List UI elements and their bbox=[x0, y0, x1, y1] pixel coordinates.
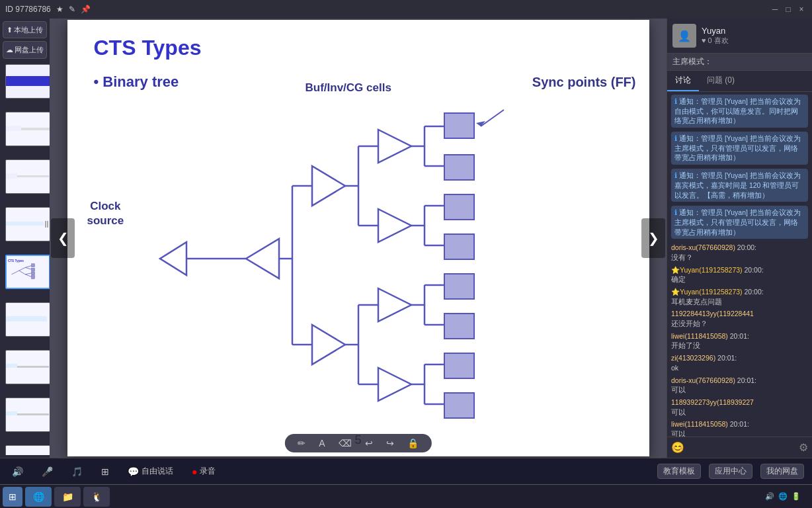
chat-msg-7: doris-xu(767660928) 20:01:可以 bbox=[671, 376, 808, 395]
slide-area: ❮ CTS Types • Binary tree Buf/Inv/CG cel… bbox=[50, 19, 667, 458]
chat-settings-button[interactable]: ⚙ bbox=[799, 441, 808, 454]
slide-thumbnail-2[interactable] bbox=[5, 112, 50, 146]
chat-notice-2: ℹ通知：管理员 [Yuyan] 把当前会议改为主席模式，只有管理员可以发言，网络… bbox=[671, 132, 808, 166]
undo-button[interactable]: ↩ bbox=[362, 437, 376, 450]
taskbar-network-icon[interactable]: 🌐 bbox=[778, 491, 788, 502]
svg-marker-33 bbox=[378, 209, 411, 242]
cloud-upload-button[interactable]: ☁ 网盘上传 bbox=[3, 41, 47, 58]
svg-marker-32 bbox=[378, 130, 411, 163]
free-talk-button[interactable]: 💬 自由说话 bbox=[124, 464, 177, 478]
taskbar-volume-icon[interactable]: 🔊 bbox=[764, 491, 775, 502]
mic-button[interactable]: 🎤 bbox=[38, 465, 57, 478]
cloud-icon: ☁ bbox=[6, 46, 13, 54]
folder-icon: 📁 bbox=[62, 491, 73, 502]
chat-msg-2: ⭐Yuyan(1191258273) 20:00:确定 bbox=[671, 265, 808, 284]
chat-input-area: 😊 ⚙ bbox=[667, 437, 812, 458]
taskbar-battery-icon[interactable]: 🔋 bbox=[791, 491, 801, 502]
record-button[interactable]: ● 录音 bbox=[188, 464, 220, 478]
user-info: Yuyan ♥ 0 喜欢 bbox=[702, 26, 807, 46]
svg-rect-60 bbox=[444, 274, 474, 299]
svg-rect-62 bbox=[444, 353, 474, 378]
maximize-button[interactable]: □ bbox=[783, 4, 793, 15]
slide-thumbnail-5[interactable]: CTS Types bbox=[5, 255, 50, 289]
emoji-button[interactable]: 😊 bbox=[671, 441, 684, 454]
record-icon: ● bbox=[192, 466, 197, 477]
svg-marker-34 bbox=[378, 288, 411, 321]
lock-button[interactable]: 🔒 bbox=[405, 437, 421, 450]
close-button[interactable]: × bbox=[796, 4, 807, 15]
thumb-wrapper-8: 8/26 bbox=[3, 398, 50, 432]
svg-line-64 bbox=[481, 110, 504, 126]
taskbar-windows-button[interactable]: ⊞ bbox=[3, 487, 22, 507]
screen-button[interactable]: ⊞ bbox=[97, 465, 113, 478]
pin-icon[interactable]: 📌 bbox=[81, 5, 91, 14]
app-center-button[interactable]: 应用中心 bbox=[709, 464, 752, 479]
text-tool-button[interactable]: A bbox=[316, 437, 327, 450]
slide-thumbnail-4[interactable] bbox=[5, 207, 50, 241]
svg-line-6 bbox=[25, 273, 31, 275]
my-cloud-button[interactable]: 我的网盘 bbox=[760, 464, 804, 479]
svg-rect-57 bbox=[444, 155, 474, 180]
svg-line-5 bbox=[25, 267, 31, 269]
taskbar-chat-app[interactable]: 🐧 bbox=[83, 487, 110, 507]
svg-line-7 bbox=[25, 275, 31, 277]
music-button[interactable]: 🎵 bbox=[67, 465, 87, 478]
next-slide-button[interactable]: ❯ bbox=[641, 218, 665, 258]
slide-thumbnail-8[interactable] bbox=[5, 398, 50, 432]
thumb-wrapper-4: 4/26 bbox=[3, 207, 50, 241]
taskbar-browser-app[interactable]: 🌐 bbox=[25, 487, 52, 507]
svg-rect-59 bbox=[444, 234, 474, 259]
minimize-button[interactable]: ─ bbox=[770, 4, 780, 15]
redo-button[interactable]: ↪ bbox=[384, 437, 397, 450]
svg-line-1 bbox=[11, 271, 19, 275]
music-icon: 🎵 bbox=[71, 466, 83, 477]
svg-line-3 bbox=[19, 271, 24, 275]
host-mode: 主席模式： bbox=[667, 54, 812, 71]
taskbar: ⊞ 🌐 📁 🐧 🔊 🌐 🔋 bbox=[0, 484, 812, 508]
eraser-tool-button[interactable]: ⌫ bbox=[336, 437, 354, 450]
slide-thumbnail-6[interactable] bbox=[5, 302, 50, 337]
chat-msg-3: ⭐Yuyan(1191258273) 20:00:耳机麦克点问题 bbox=[671, 287, 808, 306]
avatar: 👤 bbox=[672, 24, 696, 48]
slide-thumbnail-3[interactable] bbox=[5, 159, 50, 194]
thumb-wrapper-7: 7/26 bbox=[3, 350, 50, 384]
clock-source-label: Clocksource bbox=[87, 199, 124, 228]
thumb-wrapper-3: 3/26 bbox=[3, 159, 50, 194]
volume-button[interactable]: 🔊 bbox=[8, 465, 27, 478]
pen-tool-button[interactable]: ✏ bbox=[295, 437, 308, 450]
thumb-wrapper-1: 1/26 bbox=[3, 64, 50, 99]
chat-notice-3: ℹ通知：管理员 [Yuyan] 把当前会议改为嘉宾模式，嘉宾时间是 120 和管… bbox=[671, 169, 808, 203]
slide-thumbnail-1[interactable] bbox=[5, 64, 50, 99]
svg-marker-35 bbox=[378, 368, 411, 401]
left-panel: ⬆ 本地上传 ☁ 网盘上传 1/26 2/26 bbox=[0, 19, 50, 458]
user-likes: ♥ 0 喜欢 bbox=[702, 36, 807, 46]
slide-toolbar: ✏ A ⌫ ↩ ↪ 🔒 bbox=[284, 434, 431, 452]
window-id: ID 97786786 bbox=[5, 5, 51, 14]
title-bar: ID 97786786 ★ ✎ 📌 ─ □ × bbox=[0, 0, 812, 19]
svg-line-4 bbox=[25, 266, 31, 268]
svg-marker-21 bbox=[312, 325, 345, 364]
prev-slide-button[interactable]: ❮ bbox=[51, 218, 75, 258]
chat-app-icon: 🐧 bbox=[91, 491, 102, 502]
chat-msg-1: doris-xu(767660928) 20:00:没有？ bbox=[671, 243, 808, 262]
username: Yuyan bbox=[702, 26, 807, 36]
slide-thumbnail-7[interactable] bbox=[5, 350, 50, 384]
chat-input-icons: 😊 ⚙ bbox=[671, 441, 808, 454]
star-icon[interactable]: ★ bbox=[56, 5, 63, 14]
right-panel: 👤 Yuyan ♥ 0 喜欢 主席模式： 讨论 问题 (0) ℹ通知：管理员 [… bbox=[667, 19, 812, 458]
screen-icon: ⊞ bbox=[101, 466, 109, 477]
svg-line-2 bbox=[19, 267, 24, 271]
chat-messages: ℹ通知：管理员 [Yuyan] 把当前会议改为自由模式，你可以随意发言。同时把网… bbox=[667, 92, 812, 437]
svg-rect-63 bbox=[444, 393, 474, 418]
free-talk-label: 自由说话 bbox=[142, 466, 173, 477]
edit-icon[interactable]: ✎ bbox=[69, 5, 75, 14]
slide-title: CTS Types bbox=[67, 20, 649, 67]
slide-thumbnails: 1/26 2/26 3/26 bbox=[3, 64, 50, 455]
education-template-button[interactable]: 教育模板 bbox=[657, 464, 701, 479]
slide-thumbnail-9[interactable] bbox=[5, 445, 50, 455]
svg-rect-9 bbox=[31, 268, 34, 271]
taskbar-folder-app[interactable]: 📁 bbox=[54, 487, 81, 507]
tab-questions[interactable]: 问题 (0) bbox=[699, 71, 743, 91]
tab-discussion[interactable]: 讨论 bbox=[667, 71, 699, 91]
local-upload-button[interactable]: ⬆ 本地上传 bbox=[3, 21, 47, 38]
